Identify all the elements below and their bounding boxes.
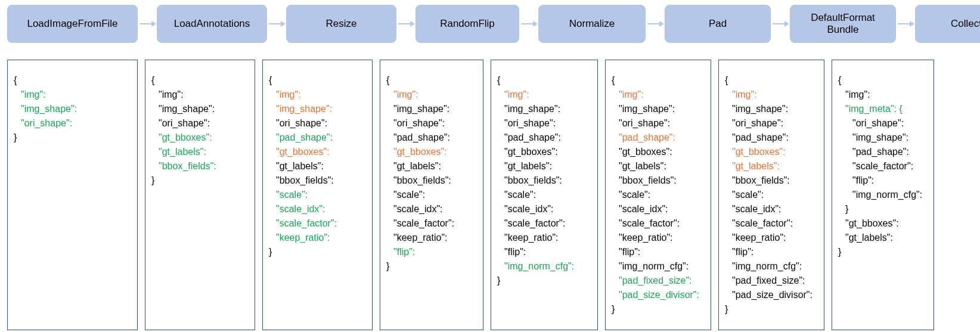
code-line: {	[838, 73, 929, 88]
code-line: "img_norm_cfg":	[612, 259, 706, 274]
code-line: "scale_idx":	[612, 202, 706, 216]
code-line: "keep_ratio":	[269, 231, 367, 245]
pipeline-body-row: {"img":"img_shape":"ori_shape":} {"img":…	[7, 60, 973, 330]
stage-body-4: {"img":"img_shape":"ori_shape":"pad_shap…	[491, 60, 598, 330]
code-line: "img_meta": {	[838, 102, 929, 116]
code-line: "flip":	[612, 245, 706, 259]
code-line: "gt_bboxes":	[497, 145, 593, 159]
code-line: "img_shape":	[151, 102, 250, 116]
svg-marker-1	[151, 21, 156, 27]
code-line: "bbox_fields":	[497, 173, 593, 188]
code-line: "img_shape":	[725, 102, 819, 116]
code-line: }	[151, 173, 250, 188]
code-line: "scale_factor":	[497, 216, 593, 231]
code-line: "img_shape":	[386, 102, 478, 116]
arrow-icon	[138, 19, 157, 29]
code-line: "scale":	[612, 188, 706, 202]
stage-title: RandomFlip	[440, 18, 495, 30]
arrow-icon	[519, 19, 538, 29]
code-line: "gt_labels":	[725, 159, 819, 173]
code-line: "gt_labels":	[386, 159, 478, 173]
code-line: "pad_shape":	[386, 131, 478, 145]
code-line: "scale_idx":	[497, 202, 593, 216]
code-line: }	[497, 274, 593, 288]
code-line: "ori_shape":	[838, 116, 929, 131]
code-line: "pad_size_divisor":	[612, 288, 706, 302]
stage-header-7: Collect	[915, 5, 980, 43]
code-line: "ori_shape":	[14, 116, 132, 131]
code-line: "ori_shape":	[269, 116, 367, 131]
code-line: "flip":	[497, 245, 593, 259]
stage-body-7: {"img":"img_meta": {"ori_shape":"img_sha…	[832, 60, 934, 330]
svg-marker-3	[281, 21, 286, 27]
code-line: "gt_labels":	[838, 231, 929, 245]
code-line: "scale_factor":	[612, 216, 706, 231]
code-line: "img_shape":	[838, 131, 929, 145]
code-line: }	[14, 131, 132, 145]
code-line: "img":	[725, 88, 819, 102]
stage-body-3: {"img":"img_shape":"ori_shape":"pad_shap…	[380, 60, 483, 330]
code-line: {	[725, 73, 819, 88]
code-line: "pad_fixed_size":	[612, 274, 706, 288]
code-line: "scale_idx":	[269, 202, 367, 216]
code-line: "ori_shape":	[151, 116, 250, 131]
code-line: "keep_ratio":	[497, 231, 593, 245]
stage-header-3: RandomFlip	[415, 5, 519, 43]
code-line: "pad_shape":	[612, 131, 706, 145]
code-line: }	[386, 259, 478, 274]
stage-header-1: LoadAnnotations	[157, 5, 267, 43]
code-line: "scale_factor":	[725, 216, 819, 231]
stage-header-6: DefaultFormat Bundle	[790, 5, 896, 43]
code-line: "scale_factor":	[386, 216, 478, 231]
code-line: "scale_idx":	[725, 202, 819, 216]
stage-header-0: LoadImageFromFile	[7, 5, 138, 43]
code-line: "img_shape":	[269, 102, 367, 116]
code-line: "img_shape":	[14, 102, 132, 116]
code-line: {	[497, 73, 593, 88]
stage-title: Pad	[709, 18, 727, 30]
code-line: "gt_labels":	[497, 159, 593, 173]
stage-header-2: Resize	[286, 5, 396, 43]
code-line: "keep_ratio":	[386, 231, 478, 245]
code-line: "scale_factor":	[269, 216, 367, 231]
code-line: "ori_shape":	[497, 116, 593, 131]
code-line: {	[14, 73, 132, 88]
code-line: "keep_ratio":	[725, 231, 819, 245]
arrow-icon	[396, 19, 415, 29]
code-line: "scale_idx":	[386, 202, 478, 216]
code-line: }	[838, 202, 929, 216]
code-line: "pad_shape":	[725, 131, 819, 145]
code-line: "pad_shape":	[838, 145, 929, 159]
svg-marker-7	[533, 21, 538, 27]
code-line: "scale":	[386, 188, 478, 202]
code-line: "pad_fixed_size":	[725, 274, 819, 288]
code-line: }	[269, 245, 367, 259]
stage-body-0: {"img":"img_shape":"ori_shape":}	[7, 60, 138, 330]
stage-body-2: {"img":"img_shape":"ori_shape":"pad_shap…	[262, 60, 373, 330]
code-line: "flip":	[838, 173, 929, 188]
stage-title: DefaultFormat Bundle	[811, 12, 875, 35]
code-line: "pad_size_divisor":	[725, 288, 819, 302]
code-line: "img":	[612, 88, 706, 102]
code-line: "flip":	[725, 245, 819, 259]
stage-title: Normalize	[569, 18, 615, 30]
code-line: "ori_shape":	[725, 116, 819, 131]
arrow-icon	[646, 19, 665, 29]
stage-title: Collect	[951, 18, 980, 30]
code-line: "scale":	[497, 188, 593, 202]
code-line: {	[612, 73, 706, 88]
code-line: "gt_bboxes":	[151, 131, 250, 145]
code-line: "bbox_fields":	[151, 159, 250, 173]
svg-marker-11	[784, 21, 789, 27]
code-line: "bbox_fields":	[612, 173, 706, 188]
code-line: "img":	[269, 88, 367, 102]
code-line: "ori_shape":	[612, 116, 706, 131]
code-line: "pad_shape":	[497, 131, 593, 145]
code-line: "flip":	[386, 245, 478, 259]
stage-header-4: Normalize	[538, 5, 646, 43]
code-line: "img_norm_cfg":	[838, 188, 929, 202]
code-line: "gt_labels":	[612, 159, 706, 173]
arrow-icon	[267, 19, 286, 29]
code-line: }	[838, 245, 929, 259]
svg-marker-13	[910, 21, 914, 27]
